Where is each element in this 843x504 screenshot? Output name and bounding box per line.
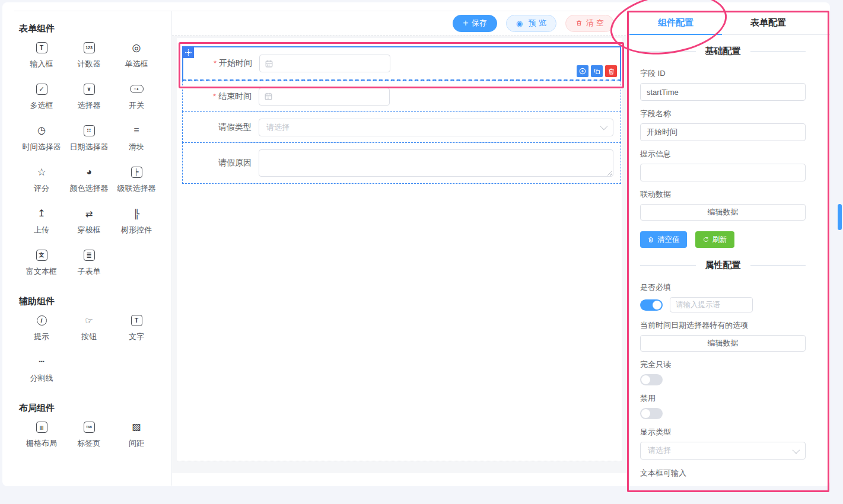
refresh-icon <box>702 236 710 243</box>
component-item-text[interactable]: T文字 <box>113 313 160 347</box>
component-item-checkbox[interactable]: ✓多选框 <box>18 82 65 116</box>
component-label: 单选框 <box>125 59 148 69</box>
leave-type-select[interactable]: 请选择 <box>259 119 613 136</box>
component-label: 穿梭框 <box>78 225 101 235</box>
component-item-date-picker[interactable]: ∷日期选择器 <box>65 123 113 157</box>
color-picker-icon: ◕ <box>86 167 92 177</box>
field-control <box>259 55 613 72</box>
component-item-button[interactable]: ☞按钮 <box>65 313 113 347</box>
component-item-switch[interactable]: ○●开关 <box>113 82 160 116</box>
required-toggle[interactable] <box>640 299 663 311</box>
component-item-tree[interactable]: ╠树形控件 <box>113 206 160 240</box>
tab-component-config[interactable]: 组件配置 <box>629 11 722 34</box>
trash-icon <box>607 68 615 75</box>
select-icon: ∨ <box>84 84 95 95</box>
form-row-end-time[interactable]: 结束时间 <box>182 81 621 112</box>
section-title: 布局组件 <box>19 403 171 414</box>
save-button[interactable]: + 保存 <box>453 15 497 32</box>
field-control <box>259 88 613 106</box>
transfer-icon: ⇄ <box>85 209 93 218</box>
upload-icon: ↥ <box>37 209 45 218</box>
display-type-select[interactable]: 请选择 <box>640 442 806 460</box>
chevron-down-icon <box>793 446 800 454</box>
component-item-tip[interactable]: i提示 <box>18 313 65 347</box>
counter-icon: 123 <box>84 42 95 53</box>
field-name-label: 字段名称 <box>640 109 806 119</box>
center-area: + 保存 ◉ 预览 清空 <box>172 11 629 486</box>
component-grid: i提示☞按钮T文字┄分割线 <box>18 313 171 388</box>
component-item-rich-text[interactable]: 文富文本框 <box>18 248 65 282</box>
component-item-time-picker[interactable]: ◷时间选择器 <box>18 123 65 157</box>
editable-label: 文本框可输入 <box>640 468 806 479</box>
component-label: 颜色选择器 <box>70 183 109 194</box>
field-id-label: 字段 ID <box>640 69 806 78</box>
component-item-slider[interactable]: ≡滑块 <box>113 123 160 157</box>
form-row-start-time[interactable]: 开始时间 <box>182 46 621 81</box>
component-item-select[interactable]: ∨选择器 <box>65 82 113 116</box>
section-title: 辅助组件 <box>19 296 171 307</box>
linkage-edit-data-button[interactable]: 编辑数据 <box>640 204 806 221</box>
config-tabs: 组件配置 表单配置 <box>629 11 830 35</box>
insert-row-button[interactable] <box>577 65 588 77</box>
cascader-icon: ╞ <box>131 167 142 178</box>
component-item-divider[interactable]: ┄分割线 <box>18 355 65 388</box>
component-label: 树形控件 <box>121 225 152 235</box>
required-message-input[interactable] <box>670 297 753 312</box>
component-item-tab-page[interactable]: TAB标签页 <box>65 420 113 454</box>
disabled-label: 禁用 <box>640 394 806 403</box>
grid-layout-icon: ||| <box>36 422 47 433</box>
field-name-input[interactable] <box>640 123 806 141</box>
drag-handle-icon[interactable] <box>182 46 194 58</box>
tip-icon: i <box>37 315 47 326</box>
form-row-leave-type[interactable]: 请假类型 请选择 <box>182 111 621 143</box>
component-item-counter[interactable]: 123计数器 <box>65 40 113 74</box>
refresh-button[interactable]: 刷新 <box>695 231 734 248</box>
date-picker-input[interactable] <box>259 55 390 72</box>
component-item-upload[interactable]: ↥上传 <box>18 206 65 240</box>
form-canvas[interactable]: 开始时间 <box>177 38 622 461</box>
component-item-color-picker[interactable]: ◕颜色选择器 <box>65 165 113 199</box>
tip-info-label: 提示信息 <box>640 149 806 159</box>
clear-button-label: 清空 <box>586 18 606 28</box>
slider-icon: ≡ <box>133 126 139 135</box>
component-item-cascader[interactable]: ╞级联选择器 <box>113 165 160 199</box>
form-row-leave-reason[interactable]: 请假原因 <box>182 142 621 184</box>
clear-button[interactable]: 清空 <box>565 15 614 32</box>
section-attr-config: 属性配置 <box>640 260 806 271</box>
checkbox-icon: ✓ <box>36 84 47 95</box>
copy-row-button[interactable] <box>591 65 603 77</box>
canvas-backdrop: 开始时间 <box>172 36 629 473</box>
disabled-toggle[interactable] <box>640 408 663 419</box>
scrollbar-thumb[interactable] <box>838 204 842 230</box>
tab-form-config[interactable]: 表单配置 <box>722 11 815 34</box>
component-item-grid-layout[interactable]: |||栅格布局 <box>18 420 65 454</box>
readonly-toggle[interactable] <box>640 374 663 385</box>
field-id-input[interactable] <box>640 83 806 101</box>
row-actions <box>577 65 617 77</box>
select-placeholder: 请选择 <box>648 445 671 456</box>
spacing-icon: ▨ <box>132 422 141 432</box>
button-icon: ☞ <box>85 316 93 325</box>
leave-reason-textarea[interactable] <box>259 149 613 177</box>
resize-grip-icon[interactable] <box>607 170 612 176</box>
chevron-down-icon <box>600 123 608 130</box>
preview-button[interactable]: ◉ 预览 <box>506 15 556 32</box>
sub-form-icon: ≣ <box>84 250 95 261</box>
component-label: 多选框 <box>30 100 53 111</box>
date-picker-input[interactable] <box>259 88 390 106</box>
component-item-radio[interactable]: ◎单选框 <box>113 40 160 74</box>
value-actions: 清空值 刷新 <box>640 231 806 248</box>
tip-info-input[interactable] <box>640 164 806 181</box>
clear-value-button[interactable]: 清空值 <box>640 231 687 248</box>
component-item-spacing[interactable]: ▨间距 <box>113 420 160 454</box>
component-item-rate[interactable]: ☆评分 <box>18 165 65 199</box>
component-item-transfer[interactable]: ⇄穿梭框 <box>65 206 113 240</box>
component-grid: |||栅格布局TAB标签页▨间距 <box>18 420 171 454</box>
component-item-input[interactable]: T输入框 <box>18 40 65 74</box>
picker-options-edit-data-button[interactable]: 编辑数据 <box>640 335 806 352</box>
component-item-sub-form[interactable]: ≣子表单 <box>65 248 113 282</box>
linkage-data-label: 联动数据 <box>640 190 806 199</box>
delete-row-button[interactable] <box>605 65 617 77</box>
app-card: 表单组件T输入框123计数器◎单选框✓多选框∨选择器○●开关◷时间选择器∷日期选… <box>2 2 830 486</box>
top-bar <box>2 2 830 11</box>
